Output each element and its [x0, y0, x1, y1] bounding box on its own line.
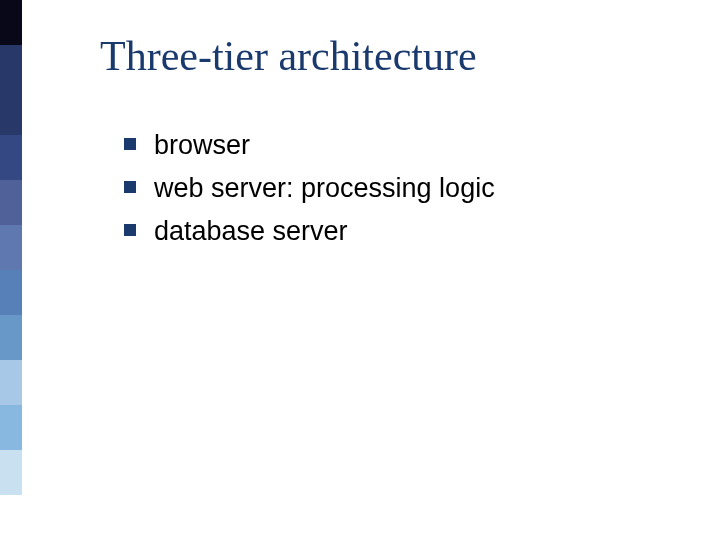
bullet-list: browser web server: processing logic dat… [100, 128, 680, 249]
bullet-text: browser [154, 128, 250, 163]
stripe-5 [0, 225, 22, 270]
bullet-marker-icon [124, 224, 136, 236]
list-item: browser [124, 128, 680, 163]
slide-title: Three-tier architecture [100, 32, 680, 80]
stripe-1 [0, 45, 22, 90]
slide-content: Three-tier architecture browser web serv… [100, 32, 680, 257]
stripe-3 [0, 135, 22, 180]
bullet-marker-icon [124, 181, 136, 193]
stripe-2 [0, 90, 22, 135]
stripe-6 [0, 270, 22, 315]
list-item: web server: processing logic [124, 171, 680, 206]
bullet-text: database server [154, 214, 348, 249]
stripe-9 [0, 405, 22, 450]
stripe-7 [0, 315, 22, 360]
stripe-4 [0, 180, 22, 225]
bullet-marker-icon [124, 138, 136, 150]
stripe-10 [0, 450, 22, 495]
stripe-0 [0, 0, 22, 45]
bullet-text: web server: processing logic [154, 171, 495, 206]
stripe-8 [0, 360, 22, 405]
sidebar-stripes [0, 0, 22, 540]
stripe-11 [0, 495, 22, 540]
list-item: database server [124, 214, 680, 249]
